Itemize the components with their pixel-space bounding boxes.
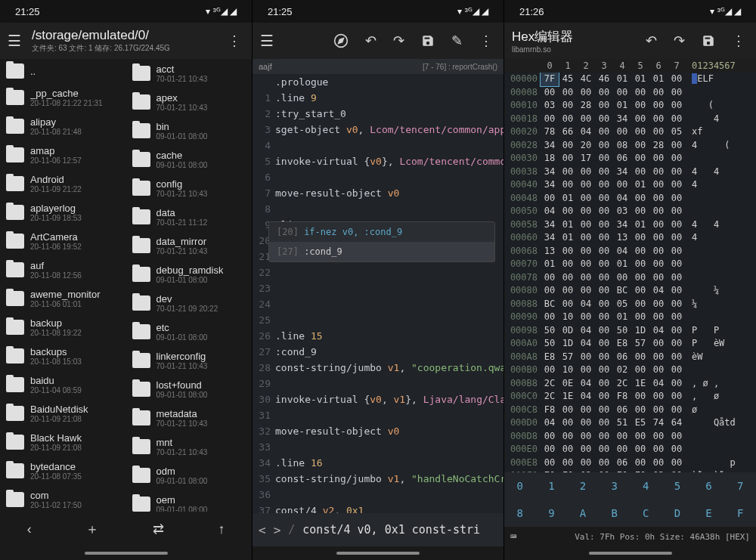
hex-byte[interactable]: 00	[595, 377, 613, 391]
hex-row[interactable]: 000700100000001000000	[504, 258, 756, 271]
hex-byte[interactable]: 00	[577, 271, 595, 285]
hex-byte[interactable]: 00	[559, 258, 577, 271]
hex-byte[interactable]: 00	[559, 404, 577, 417]
hex-byte[interactable]: 00	[577, 178, 595, 192]
hex-byte[interactable]: 00	[649, 86, 668, 100]
hex-byte[interactable]: 78	[541, 125, 559, 139]
hex-byte[interactable]: 00	[595, 364, 613, 377]
hex-row[interactable]: 000007F454C4601010100 ELF	[504, 73, 756, 86]
hex-byte[interactable]: 00	[668, 166, 686, 179]
hex-byte[interactable]: 00	[668, 311, 686, 324]
file-item[interactable]: mnt 70-01-21 10:43	[126, 432, 253, 461]
hex-byte[interactable]: 01	[631, 178, 649, 192]
hex-byte[interactable]: 00	[631, 192, 649, 206]
hex-byte[interactable]: 00	[631, 271, 649, 285]
hex-byte[interactable]: 04	[577, 298, 595, 311]
hex-key[interactable]: 5	[662, 472, 693, 500]
hex-byte[interactable]: 00	[668, 86, 686, 100]
hex-byte[interactable]: 00	[613, 125, 631, 139]
hex-byte[interactable]: 06	[613, 456, 631, 470]
hex-byte[interactable]: 05	[613, 298, 631, 311]
hex-byte[interactable]: 00	[631, 231, 649, 245]
hex-byte[interactable]: 00	[577, 218, 595, 232]
hex-byte[interactable]: 00	[668, 205, 686, 218]
hex-byte[interactable]: 00	[631, 430, 649, 444]
hex-row[interactable]: 000900010000001000000	[504, 311, 756, 324]
keyboard-icon[interactable]: ⌨	[510, 531, 516, 543]
hex-row[interactable]: 000E80000000006000000 p	[504, 456, 756, 470]
hex-byte[interactable]: 00	[631, 311, 649, 324]
hex-byte[interactable]: 00	[649, 152, 668, 166]
hex-byte[interactable]: 00	[541, 113, 559, 126]
hex-byte[interactable]: 06	[613, 404, 631, 417]
hex-byte[interactable]: 00	[649, 351, 668, 364]
hex-byte[interactable]: 00	[577, 86, 595, 100]
hex-byte[interactable]: 01	[631, 73, 649, 86]
hex-byte[interactable]: 00	[668, 430, 686, 444]
hex-byte[interactable]: 00	[631, 258, 649, 271]
search-next-icon[interactable]: >	[274, 523, 281, 537]
nav-forward-icon[interactable]: ⇄	[153, 521, 164, 537]
hex-byte[interactable]: 00	[595, 178, 613, 192]
breadcrumb[interactable]: [7 - 76] : reportCrash()	[423, 63, 497, 71]
hex-row[interactable]: 00098500D0400501D0400P P	[504, 324, 756, 338]
file-item[interactable]: bytedance 20-11-08 07:35	[0, 456, 126, 485]
hex-row[interactable]: 000A8E857000006000000èW	[504, 351, 756, 364]
hex-byte[interactable]: 04	[577, 337, 595, 351]
hex-byte[interactable]: 04	[649, 377, 668, 391]
hex-byte[interactable]: 00	[559, 152, 577, 166]
hex-row[interactable]: 000207866040000000005xf	[504, 125, 756, 139]
hex-byte[interactable]: 0D	[559, 324, 577, 338]
hex-byte[interactable]: 00	[668, 258, 686, 271]
hex-byte[interactable]: 00	[649, 99, 668, 113]
hex-byte[interactable]: 00	[577, 311, 595, 324]
hex-byte[interactable]: 00	[631, 351, 649, 364]
hex-byte[interactable]: 00	[577, 416, 595, 430]
hex-byte[interactable]: 00	[595, 245, 613, 258]
hex-key[interactable]: E	[693, 500, 725, 527]
hex-byte[interactable]: 00	[631, 390, 649, 404]
hex-byte[interactable]: 00	[631, 284, 649, 298]
hex-byte[interactable]: 00	[668, 218, 686, 232]
hex-byte[interactable]: BC	[541, 298, 559, 311]
hex-byte[interactable]: 00	[649, 231, 668, 245]
hex-byte[interactable]: 04	[649, 324, 668, 338]
hex-byte[interactable]: 1E	[559, 390, 577, 404]
hex-byte[interactable]: 00	[631, 456, 649, 470]
hex-byte[interactable]: 18	[541, 152, 559, 166]
hex-byte[interactable]: 00	[649, 166, 668, 179]
hex-byte[interactable]: 00	[649, 298, 668, 311]
hex-byte[interactable]: 00	[668, 298, 686, 311]
hex-byte[interactable]: 00	[577, 364, 595, 377]
hex-byte[interactable]: 00	[577, 351, 595, 364]
hex-byte[interactable]: 50	[541, 337, 559, 351]
hex-key[interactable]: 3	[599, 472, 631, 500]
hex-byte[interactable]: 00	[649, 205, 668, 218]
hex-byte[interactable]: 34	[613, 218, 631, 232]
save-icon[interactable]	[418, 31, 438, 51]
hex-row[interactable]: 000780000000000000000	[504, 271, 756, 285]
hex-byte[interactable]: 34	[613, 113, 631, 126]
file-item[interactable]: ..	[0, 59, 126, 83]
hex-byte[interactable]: 00	[559, 271, 577, 285]
hex-byte[interactable]: 00	[649, 430, 668, 444]
hex-byte[interactable]: 00	[668, 73, 686, 86]
hex-byte[interactable]: 00	[559, 456, 577, 470]
hex-byte[interactable]: 00	[649, 443, 668, 456]
menu-icon[interactable]: ☰	[260, 32, 274, 50]
file-item[interactable]: debug_ramdisk 09-01-01 08:00	[126, 260, 253, 289]
hex-byte[interactable]: 01	[649, 73, 668, 86]
hex-byte[interactable]: 00	[649, 178, 668, 192]
hex-byte[interactable]: F8	[613, 390, 631, 404]
hex-byte[interactable]: 20	[577, 139, 595, 153]
hex-byte[interactable]: 00	[595, 231, 613, 245]
reference-popup[interactable]: [20] if-nez v0, :cond_9[27] :cond_9	[268, 221, 495, 262]
hex-row[interactable]: 000C02C1E0400F8000000, ø	[504, 390, 756, 404]
hex-byte[interactable]: 00	[595, 390, 613, 404]
hex-byte[interactable]: 00	[577, 245, 595, 258]
hex-row[interactable]: 0002834002000080028004 (	[504, 139, 756, 153]
hex-byte[interactable]: 00	[595, 99, 613, 113]
hex-byte[interactable]: 00	[559, 205, 577, 218]
nav-back-icon[interactable]: ‹	[27, 521, 32, 537]
hex-byte[interactable]: 00	[631, 166, 649, 179]
